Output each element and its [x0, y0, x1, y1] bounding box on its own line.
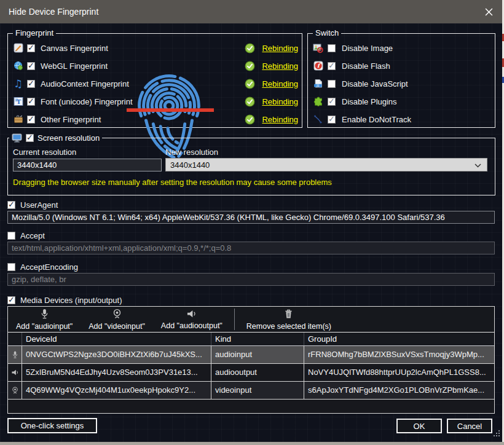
status-ok-icon [245, 114, 255, 125]
new-resolution-select[interactable]: 3440x1440 [165, 158, 487, 171]
monitor-icon [12, 133, 22, 143]
disable-flash-label: Disable Flash [342, 61, 390, 71]
header-kind: Kind [211, 333, 304, 345]
accept-encoding-row: AcceptEncoding [7, 259, 78, 274]
header-icon-column [8, 333, 22, 345]
header-deviceid: DeviceId [22, 333, 211, 345]
fingerprint-group: Fingerprint [7, 33, 302, 128]
useragent-checkbox[interactable] [7, 201, 15, 209]
table-empty-area [8, 400, 494, 413]
other-fingerprint-checkbox[interactable] [27, 116, 35, 124]
table-row-videoinput[interactable]: 4Q69WWg4VQzcMj404M1ux0eekpHpokc9Y2... vi… [8, 382, 494, 400]
webcam-icon [8, 382, 22, 399]
media-devices-checkbox[interactable] [7, 296, 15, 304]
accept-checkbox[interactable] [7, 232, 15, 240]
enable-donottrack-icon [313, 114, 323, 125]
cell-groupid: rFRN8OMhg7bBMZlXBSuxVSxsTmoqjy3WpMp... [304, 346, 494, 363]
rebinding-link-canvas[interactable]: Rebinding [262, 44, 298, 53]
cancel-button[interactable]: Cancel [447, 419, 492, 433]
rebinding-link-font[interactable]: Rebinding [262, 97, 298, 106]
status-ok-icon [245, 43, 255, 53]
svg-text:T: T [16, 98, 21, 105]
speaker-icon [186, 309, 197, 320]
disable-flash-checkbox[interactable] [328, 62, 336, 70]
webgl-icon [13, 61, 23, 71]
cell-kind: audiooutput [211, 364, 304, 381]
switch-row-disable-image: Disable Image [313, 41, 491, 55]
screen-resolution-label: Screen resolution [37, 133, 100, 143]
fingerprint-group-title: Fingerprint [13, 28, 56, 37]
table-row-audioinput[interactable]: 0NVGCtWPS2Ngze3DO0iBHXZtXi6b7uJ45kXS... … [8, 346, 494, 364]
useragent-input[interactable] [7, 211, 495, 224]
fingerprint-row-font: T Font (unicode) Fingerprint Rebinding [13, 94, 298, 109]
table-row-audiooutput[interactable]: 5ZxIBruM5Nd4EdJhy4Uzv8Seom0J3PV31e13... … [8, 364, 494, 382]
one-click-settings-button[interactable]: One-click settings [7, 418, 97, 433]
disable-plugins-icon [313, 96, 323, 107]
status-ok-icon [245, 79, 255, 89]
cell-kind: videoinput [211, 382, 304, 399]
device-table-header: DeviceId Kind GroupId [8, 333, 494, 346]
new-resolution-label: New resolution [165, 148, 218, 157]
font-unicode-icon: T [13, 96, 23, 107]
audiocontext-icon: ♫ [13, 79, 23, 89]
cell-deviceid: 5ZxIBruM5Nd4EdJhy4Uzv8Seom0J3PV31e13... [22, 364, 211, 381]
disable-plugins-checkbox[interactable] [328, 98, 336, 106]
switch-row-disable-javascript: JS Disable JavaScript [313, 76, 491, 91]
accept-encoding-input[interactable] [7, 273, 495, 286]
disable-plugins-label: Disable Plugins [342, 97, 397, 106]
switch-group-title: Switch [313, 28, 341, 37]
add-audiooutput-button[interactable]: Add "audiooutput" [153, 307, 230, 332]
disable-javascript-checkbox[interactable] [328, 80, 336, 88]
disable-image-checkbox[interactable] [328, 44, 336, 52]
media-devices-row: Media Devices (input/output) [7, 293, 122, 307]
rebinding-link-audiocontext[interactable]: Rebinding [262, 79, 298, 89]
svg-text:JS: JS [315, 84, 318, 87]
enable-donottrack-checkbox[interactable] [328, 116, 336, 124]
resolution-warning-text: Dragging the browser size manually after… [13, 178, 332, 187]
trash-icon [284, 309, 293, 321]
accept-label: Accept [20, 231, 45, 240]
speaker-icon [8, 364, 22, 381]
disable-flash-icon: f [313, 61, 323, 71]
useragent-label: UserAgent [20, 200, 58, 210]
audiocontext-fingerprint-checkbox[interactable] [27, 80, 35, 88]
accept-input[interactable] [7, 242, 495, 254]
webgl-fingerprint-checkbox[interactable] [27, 62, 35, 70]
resize-grip[interactable] [494, 428, 500, 439]
media-devices-label: Media Devices (input/output) [20, 296, 122, 305]
accept-encoding-checkbox[interactable] [7, 263, 15, 271]
screen-resolution-checkbox[interactable] [26, 134, 34, 142]
current-resolution-input[interactable] [13, 159, 162, 171]
microphone-icon [40, 309, 49, 321]
chevron-down-icon [474, 159, 481, 170]
cell-deviceid: 4Q69WWg4VQzcMj404M1ux0eekpHpokc9Y2... [22, 382, 211, 399]
switch-group: Switch Disable Image f Disable Flash JS … [307, 33, 495, 128]
audiocontext-fingerprint-label: AudioContext Fingerprint [41, 79, 245, 89]
fingerprint-row-webgl: WebGL Fingerprint Rebinding [13, 58, 298, 73]
new-resolution-value: 3440x1440 [166, 160, 474, 170]
remove-selected-button[interactable]: Remove selected item(s) [238, 307, 339, 332]
enable-donottrack-label: Enable DoNotTrack [342, 115, 411, 124]
add-videoinput-button[interactable]: Add "videoinput" [81, 307, 153, 332]
switch-row-disable-plugins: Disable Plugins [313, 94, 491, 109]
rebinding-link-webgl[interactable]: Rebinding [262, 61, 298, 71]
font-fingerprint-checkbox[interactable] [27, 98, 35, 106]
canvas-fingerprint-checkbox[interactable] [27, 44, 35, 52]
screen-resolution-group: Screen resolution Current resolution New… [7, 138, 495, 195]
webcam-icon [112, 309, 122, 321]
disable-javascript-label: Disable JavaScript [342, 79, 408, 89]
other-fingerprint-icon [13, 114, 23, 125]
close-icon [485, 8, 493, 16]
current-resolution-label: Current resolution [13, 148, 76, 157]
cell-kind: audioinput [211, 346, 304, 363]
accept-row: Accept [7, 228, 45, 243]
add-audioinput-button[interactable]: Add "audioinput" [8, 307, 81, 332]
toolbar-separator [234, 309, 235, 330]
ok-button[interactable]: OK [396, 419, 442, 433]
window-title: Hide Device Fingerprint [9, 7, 98, 17]
cell-deviceid: 0NVGCtWPS2Ngze3DO0iBHXZtXi6b7uJ45kXS... [22, 346, 211, 363]
other-fingerprint-label: Other Fingerprint [41, 115, 245, 124]
rebinding-link-other[interactable]: Rebinding [262, 115, 298, 124]
close-button[interactable] [482, 6, 495, 17]
hide-device-fingerprint-dialog: Hide Device Fingerprint Fingerprint [0, 0, 502, 442]
